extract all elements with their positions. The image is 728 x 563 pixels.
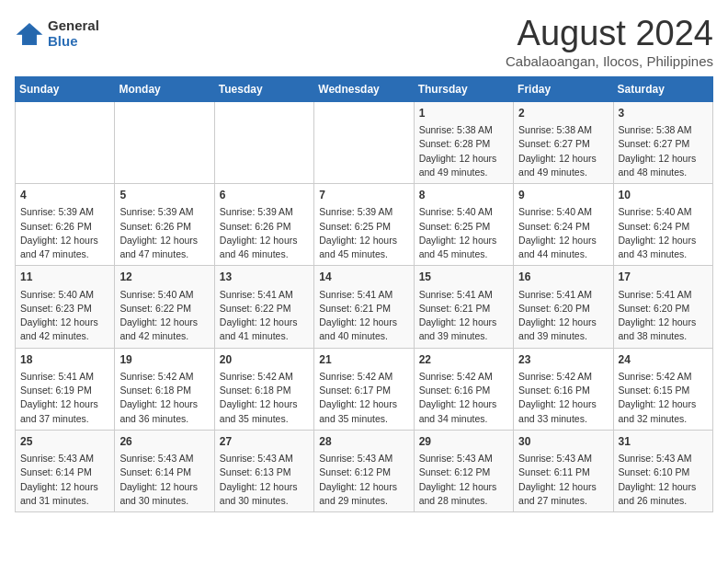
header-saturday: Saturday xyxy=(613,76,712,101)
day-info: Daylight: 12 hours xyxy=(220,316,309,329)
day-info: Sunrise: 5:43 AM xyxy=(518,452,608,465)
day-info: and 48 minutes. xyxy=(619,166,708,179)
day-info: Sunset: 6:18 PM xyxy=(119,384,209,397)
day-number: 2 xyxy=(518,106,608,121)
day-info: and 38 minutes. xyxy=(619,329,708,343)
week-row-3: 11Sunrise: 5:40 AMSunset: 6:23 PMDayligh… xyxy=(16,266,713,348)
header-thursday: Thursday xyxy=(414,76,513,101)
day-info: Sunset: 6:14 PM xyxy=(20,465,109,479)
day-info: Daylight: 12 hours xyxy=(319,397,408,411)
day-info: Sunset: 6:24 PM xyxy=(518,220,608,234)
calendar-cell: 8Sunrise: 5:40 AMSunset: 6:25 PMDaylight… xyxy=(414,184,513,266)
day-info: Sunrise: 5:39 AM xyxy=(319,205,408,219)
day-number: 12 xyxy=(119,270,209,285)
day-number: 24 xyxy=(619,352,708,368)
day-info: Sunset: 6:25 PM xyxy=(319,220,408,234)
calendar-cell xyxy=(115,101,214,183)
day-info: Daylight: 12 hours xyxy=(20,397,109,411)
day-number: 15 xyxy=(419,270,508,285)
day-info: Sunset: 6:14 PM xyxy=(119,465,209,479)
calendar-body: 1Sunrise: 5:38 AMSunset: 6:28 PMDaylight… xyxy=(16,101,713,511)
header-tuesday: Tuesday xyxy=(214,76,313,101)
day-info: Sunrise: 5:43 AM xyxy=(319,452,408,465)
calendar-cell xyxy=(314,101,414,183)
calendar-cell: 24Sunrise: 5:42 AMSunset: 6:15 PMDayligh… xyxy=(613,348,712,430)
day-info: Daylight: 12 hours xyxy=(319,234,408,247)
day-number: 23 xyxy=(518,352,608,368)
day-info: Sunset: 6:18 PM xyxy=(220,384,309,397)
day-info: Sunrise: 5:43 AM xyxy=(419,452,508,465)
day-info: and 26 minutes. xyxy=(619,494,708,508)
calendar-cell: 3Sunrise: 5:38 AMSunset: 6:27 PMDaylight… xyxy=(613,101,712,183)
day-info: and 35 minutes. xyxy=(319,412,408,426)
calendar-cell: 5Sunrise: 5:39 AMSunset: 6:26 PMDaylight… xyxy=(115,184,214,266)
calendar-header: Sunday Monday Tuesday Wednesday Thursday… xyxy=(16,76,713,101)
day-info: and 36 minutes. xyxy=(119,412,209,426)
day-info: Sunrise: 5:41 AM xyxy=(319,288,408,302)
day-info: Sunrise: 5:41 AM xyxy=(220,288,309,302)
day-info: and 47 minutes. xyxy=(119,247,209,261)
calendar-title: August 2024 xyxy=(506,15,713,53)
day-info: Daylight: 12 hours xyxy=(119,316,209,329)
calendar-cell xyxy=(214,101,313,183)
day-number: 6 xyxy=(220,188,309,203)
day-info: and 45 minutes. xyxy=(419,247,508,261)
day-info: Daylight: 12 hours xyxy=(220,234,309,247)
day-info: Sunset: 6:12 PM xyxy=(419,465,508,479)
day-info: Sunset: 6:12 PM xyxy=(319,465,408,479)
day-info: Daylight: 12 hours xyxy=(419,234,508,247)
day-info: Daylight: 12 hours xyxy=(220,397,309,411)
calendar-cell: 19Sunrise: 5:42 AMSunset: 6:18 PMDayligh… xyxy=(115,348,214,430)
calendar-cell: 9Sunrise: 5:40 AMSunset: 6:24 PMDaylight… xyxy=(514,184,613,266)
day-info: Sunrise: 5:41 AM xyxy=(419,288,508,302)
day-info: and 44 minutes. xyxy=(518,247,608,261)
day-info: Daylight: 12 hours xyxy=(119,397,209,411)
calendar-cell: 17Sunrise: 5:41 AMSunset: 6:20 PMDayligh… xyxy=(613,266,712,348)
day-number: 19 xyxy=(119,352,209,368)
week-row-4: 18Sunrise: 5:41 AMSunset: 6:19 PMDayligh… xyxy=(16,348,713,430)
day-info: Sunrise: 5:40 AM xyxy=(419,205,508,219)
day-info: Sunrise: 5:38 AM xyxy=(518,123,608,137)
day-info: and 39 minutes. xyxy=(419,329,508,343)
week-row-2: 4Sunrise: 5:39 AMSunset: 6:26 PMDaylight… xyxy=(16,184,713,266)
day-number: 31 xyxy=(619,434,708,450)
calendar-cell: 27Sunrise: 5:43 AMSunset: 6:13 PMDayligh… xyxy=(214,430,313,511)
day-info: Daylight: 12 hours xyxy=(619,234,708,247)
day-number: 25 xyxy=(20,434,109,450)
day-info: and 42 minutes. xyxy=(20,329,109,343)
day-number: 27 xyxy=(220,434,309,450)
day-info: Daylight: 12 hours xyxy=(518,152,608,166)
day-info: and 39 minutes. xyxy=(518,329,608,343)
day-info: Sunset: 6:28 PM xyxy=(419,137,508,151)
day-info: and 37 minutes. xyxy=(20,412,109,426)
day-number: 26 xyxy=(119,434,209,450)
day-info: Sunrise: 5:42 AM xyxy=(220,370,309,384)
day-info: Daylight: 12 hours xyxy=(119,480,209,494)
calendar-cell: 20Sunrise: 5:42 AMSunset: 6:18 PMDayligh… xyxy=(214,348,313,430)
day-info: Sunrise: 5:42 AM xyxy=(619,370,708,384)
day-info: Daylight: 12 hours xyxy=(619,152,708,166)
day-info: Sunset: 6:27 PM xyxy=(518,137,608,151)
calendar-cell: 28Sunrise: 5:43 AMSunset: 6:12 PMDayligh… xyxy=(314,430,414,511)
calendar-cell: 7Sunrise: 5:39 AMSunset: 6:25 PMDaylight… xyxy=(314,184,414,266)
day-number: 1 xyxy=(419,106,508,121)
logo-general-text: General xyxy=(48,18,99,34)
day-info: Daylight: 12 hours xyxy=(518,480,608,494)
day-info: Sunrise: 5:39 AM xyxy=(20,205,109,219)
day-info: Sunset: 6:25 PM xyxy=(419,220,508,234)
day-info: Sunrise: 5:40 AM xyxy=(119,288,209,302)
day-info: Sunrise: 5:40 AM xyxy=(518,205,608,219)
page-header: General Blue August 2024 Cabalaoangan, I… xyxy=(15,15,713,69)
header-row: Sunday Monday Tuesday Wednesday Thursday… xyxy=(16,76,713,101)
day-number: 5 xyxy=(119,188,209,203)
day-number: 17 xyxy=(619,270,708,285)
day-info: Sunset: 6:11 PM xyxy=(518,465,608,479)
day-info: Sunrise: 5:38 AM xyxy=(619,123,708,137)
day-info: Sunset: 6:22 PM xyxy=(119,302,209,316)
day-info: Daylight: 12 hours xyxy=(518,234,608,247)
day-info: Sunrise: 5:42 AM xyxy=(518,370,608,384)
day-info: Sunrise: 5:42 AM xyxy=(119,370,209,384)
day-number: 4 xyxy=(20,188,109,203)
logo-blue-text: Blue xyxy=(48,34,99,50)
day-info: and 33 minutes. xyxy=(518,412,608,426)
